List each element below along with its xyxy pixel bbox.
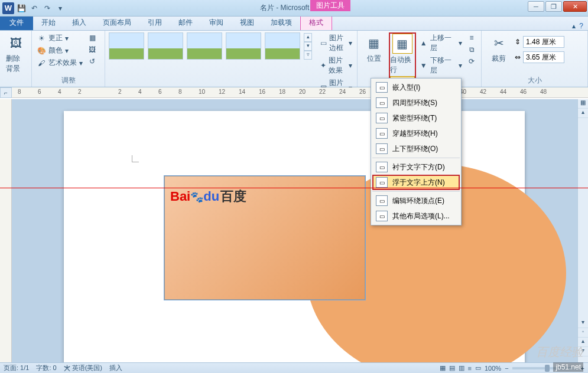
bring-forward-button[interactable]: ▲上移一层▾: [418, 32, 464, 54]
corrections-button[interactable]: ☀更正▾: [35, 32, 84, 44]
style-thumb[interactable]: [187, 32, 222, 60]
zoom-out-icon[interactable]: −: [505, 365, 508, 372]
tab-addins[interactable]: 加载项: [262, 15, 300, 30]
view-outline-icon[interactable]: ≡: [468, 365, 472, 372]
gallery-down-icon[interactable]: ▾: [304, 42, 312, 51]
tab-format[interactable]: 格式: [300, 15, 332, 30]
redo-icon[interactable]: ↷: [41, 2, 53, 14]
compress-icon[interactable]: ▦: [86, 32, 98, 43]
width-input[interactable]: [523, 51, 564, 63]
ribbon: 🖼删除背景 ☀更正▾ 🎨颜色▾ 🖌艺术效果▾ ▦ 🖼 ↺ 调整: [0, 31, 588, 87]
tab-pagelayout[interactable]: 页面布局: [95, 15, 139, 30]
title-bar: W 💾 ↶ ↷ ▾ 名片 - Microsoft Word 图片工具 ─ ❐ ✕: [0, 0, 588, 17]
rotate-icon[interactable]: ⟳: [466, 56, 477, 67]
group-icon[interactable]: ⧉: [466, 44, 477, 55]
status-insertmode[interactable]: 插入: [109, 364, 122, 372]
remove-background-button[interactable]: 🖼删除背景: [4, 32, 28, 75]
style-thumb[interactable]: [265, 32, 300, 60]
status-language[interactable]: 🞰 英语(美国): [64, 364, 102, 372]
cursor-indicator: [132, 155, 139, 162]
help-icon[interactable]: ?: [579, 22, 583, 30]
vertical-scrollbar[interactable]: ▦▴▾◦▴▾: [577, 99, 588, 362]
wrap-edit-points[interactable]: ▭编辑环绕顶点(E): [372, 193, 460, 208]
ribbon-tabs: 文件 开始 插入 页面布局 引用 邮件 审阅 视图 加载项 格式 ▴ ?: [0, 17, 588, 31]
picture-effects-button[interactable]: ✦图片效果▾: [319, 55, 353, 76]
wrap-text-menu: ▭嵌入型(I) ▭四周型环绕(S) ▭紧密型环绕(T) ▭穿越型环绕(H) ▭上…: [371, 78, 462, 225]
wrap-text-button[interactable]: ▦自动换行▾: [389, 32, 415, 84]
status-page[interactable]: 页面: 1/1: [4, 364, 29, 372]
picture-border-button[interactable]: ▭图片边框▾: [319, 32, 353, 54]
tab-insert[interactable]: 插入: [64, 15, 95, 30]
close-button[interactable]: ✕: [563, 1, 587, 12]
wrap-through[interactable]: ▭穿越型环绕(H): [372, 126, 460, 141]
tab-references[interactable]: 引用: [139, 15, 170, 30]
baidu-logo[interactable]: Bai🐾du百度: [170, 188, 246, 205]
height-icon: ⇕: [515, 38, 521, 46]
ruler-corner[interactable]: ⌐: [0, 87, 12, 98]
tab-file[interactable]: 文件: [0, 15, 33, 30]
status-bar: 页面: 1/1 字数: 0 🞰 英语(美国) 插入 ▦ ▤ ▥ ≡ ▭ 100%…: [0, 362, 588, 373]
align-icon[interactable]: ≡: [466, 32, 477, 43]
context-tool-label: 图片工具: [310, 0, 350, 11]
wrap-more-layout[interactable]: ▭其他布局选项(L)...: [372, 208, 460, 224]
color-button[interactable]: 🎨颜色▾: [35, 45, 84, 56]
tab-mailings[interactable]: 邮件: [170, 15, 201, 30]
undo-icon[interactable]: ↶: [28, 2, 40, 14]
gallery-up-icon[interactable]: ▴: [304, 33, 312, 42]
view-read-icon[interactable]: ▤: [449, 364, 455, 372]
vertical-ruler[interactable]: [0, 99, 12, 362]
picture-styles-gallery[interactable]: ▴▾▿: [109, 32, 312, 60]
ribbon-minimize-icon[interactable]: ▴: [572, 22, 576, 30]
width-icon: ⇔: [515, 53, 521, 61]
annotation-line: [0, 188, 588, 188]
minimize-button[interactable]: ─: [528, 1, 544, 12]
view-draft-icon[interactable]: ▭: [475, 364, 481, 372]
view-print-icon[interactable]: ▦: [440, 364, 446, 372]
quick-access-toolbar: W 💾 ↶ ↷ ▾: [0, 2, 66, 14]
crop-button[interactable]: ✂裁剪: [485, 32, 512, 65]
word-icon[interactable]: W: [2, 2, 14, 14]
watermark: 百度经验: [536, 344, 583, 360]
ruler-toggle-icon[interactable]: ▦: [578, 99, 588, 109]
save-icon[interactable]: 💾: [15, 2, 27, 14]
wrap-tight[interactable]: ▭紧密型环绕(T): [372, 110, 460, 126]
site-watermark: jb51.net: [553, 362, 583, 372]
send-backward-button[interactable]: ▼下移一层▾: [418, 55, 464, 76]
style-thumb[interactable]: [226, 32, 261, 60]
wrap-topbottom[interactable]: ▭上下型环绕(O): [372, 141, 460, 156]
zoom-level[interactable]: 100%: [485, 365, 501, 372]
restore-button[interactable]: ❐: [545, 1, 562, 12]
size-group-label: 大小: [485, 74, 584, 86]
height-input[interactable]: [523, 36, 564, 48]
gallery-more-icon[interactable]: ▿: [304, 51, 312, 60]
style-thumb[interactable]: [148, 32, 183, 60]
change-picture-icon[interactable]: 🖼: [86, 44, 98, 55]
reset-picture-icon[interactable]: ↺: [86, 56, 98, 67]
tab-home[interactable]: 开始: [33, 15, 64, 30]
view-web-icon[interactable]: ▥: [459, 364, 464, 372]
document-area: Bai🐾du百度 ▦▴▾◦▴▾: [0, 99, 588, 362]
wrap-square[interactable]: ▭四周型环绕(S): [372, 95, 460, 110]
horizontal-ruler[interactable]: 8642246810121416182022242628384042444648: [12, 87, 588, 98]
tab-view[interactable]: 视图: [232, 15, 262, 30]
wrap-behind[interactable]: ▭衬于文字下方(D): [372, 159, 460, 175]
tab-review[interactable]: 审阅: [201, 15, 232, 30]
qat-more-icon[interactable]: ▾: [54, 2, 66, 14]
style-thumb[interactable]: [109, 32, 144, 60]
wrap-inline[interactable]: ▭嵌入型(I): [372, 80, 460, 95]
position-button[interactable]: ▦位置: [361, 32, 386, 65]
adjust-group-label: 调整: [35, 74, 101, 86]
status-wordcount[interactable]: 字数: 0: [36, 364, 56, 372]
artistic-button[interactable]: 🖌艺术效果▾: [35, 57, 84, 68]
